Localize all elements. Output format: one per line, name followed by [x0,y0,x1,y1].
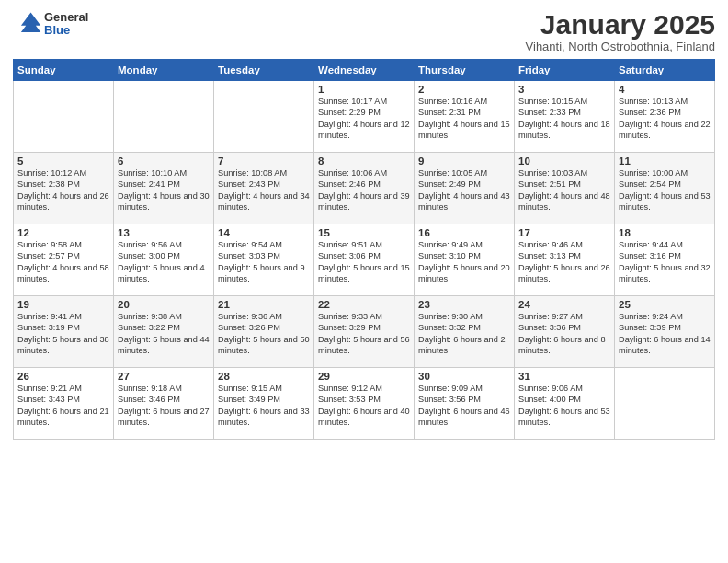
table-row: 22Sunrise: 9:33 AM Sunset: 3:29 PM Dayli… [314,296,415,368]
day-number: 24 [518,299,610,310]
weekday-header-row: Sunday Monday Tuesday Wednesday Thursday… [14,60,715,81]
table-row: 9Sunrise: 10:05 AM Sunset: 2:49 PM Dayli… [415,153,515,224]
table-row: 19Sunrise: 9:41 AM Sunset: 3:19 PM Dayli… [14,296,114,368]
day-info: Sunrise: 9:54 AM Sunset: 3:03 PM Dayligh… [218,239,310,285]
day-info: Sunrise: 10:00 AM Sunset: 2:54 PM Daylig… [619,167,711,213]
table-row: 8Sunrise: 10:06 AM Sunset: 2:46 PM Dayli… [314,153,415,224]
table-row: 20Sunrise: 9:38 AM Sunset: 3:22 PM Dayli… [114,296,214,368]
table-row: 13Sunrise: 9:56 AM Sunset: 3:00 PM Dayli… [114,224,214,296]
header-thursday: Thursday [415,60,515,81]
calendar-week-row: 1Sunrise: 10:17 AM Sunset: 2:29 PM Dayli… [14,81,715,153]
header-wednesday: Wednesday [314,60,415,81]
table-row: 24Sunrise: 9:27 AM Sunset: 3:36 PM Dayli… [515,296,615,368]
title-block: January 2025 Vihanti, North Ostrobothnia… [526,9,715,53]
day-number: 21 [218,299,310,310]
table-row: 14Sunrise: 9:54 AM Sunset: 3:03 PM Dayli… [214,224,314,296]
day-info: Sunrise: 9:46 AM Sunset: 3:13 PM Dayligh… [518,239,610,285]
day-info: Sunrise: 9:06 AM Sunset: 4:00 PM Dayligh… [518,383,610,429]
day-info: Sunrise: 9:44 AM Sunset: 3:16 PM Dayligh… [619,239,711,285]
day-number: 19 [17,299,109,310]
table-row: 1Sunrise: 10:17 AM Sunset: 2:29 PM Dayli… [314,81,415,153]
day-info: Sunrise: 9:51 AM Sunset: 3:06 PM Dayligh… [318,239,410,285]
day-number: 7 [218,155,310,167]
header: General Blue January 2025 Vihanti, North… [13,9,715,53]
calendar-week-row: 26Sunrise: 9:21 AM Sunset: 3:43 PM Dayli… [14,368,715,440]
calendar-week-row: 12Sunrise: 9:58 AM Sunset: 2:57 PM Dayli… [14,224,715,296]
table-row: 21Sunrise: 9:36 AM Sunset: 3:26 PM Dayli… [214,296,314,368]
day-number: 20 [118,299,210,310]
day-number: 8 [318,155,410,167]
table-row: 10Sunrise: 10:03 AM Sunset: 2:51 PM Dayl… [515,153,615,224]
day-info: Sunrise: 10:05 AM Sunset: 2:49 PM Daylig… [418,167,510,213]
table-row: 11Sunrise: 10:00 AM Sunset: 2:54 PM Dayl… [615,153,715,224]
table-row: 15Sunrise: 9:51 AM Sunset: 3:06 PM Dayli… [314,224,415,296]
table-row: 25Sunrise: 9:24 AM Sunset: 3:39 PM Dayli… [615,296,715,368]
header-friday: Friday [515,60,615,81]
calendar-week-row: 19Sunrise: 9:41 AM Sunset: 3:19 PM Dayli… [14,296,715,368]
day-info: Sunrise: 9:12 AM Sunset: 3:53 PM Dayligh… [318,383,410,429]
logo-general-text: General [44,11,88,24]
day-number: 16 [418,227,510,238]
svg-marker-0 [21,13,40,32]
table-row: 26Sunrise: 9:21 AM Sunset: 3:43 PM Dayli… [14,368,114,440]
logo-blue-text: Blue [44,24,88,37]
day-number: 31 [518,371,610,382]
day-number: 3 [518,84,610,95]
day-number: 2 [418,84,510,95]
table-row [114,81,214,153]
table-row: 30Sunrise: 9:09 AM Sunset: 3:56 PM Dayli… [415,368,515,440]
table-row: 27Sunrise: 9:18 AM Sunset: 3:46 PM Dayli… [114,368,214,440]
day-info: Sunrise: 10:15 AM Sunset: 2:33 PM Daylig… [518,96,610,142]
day-number: 17 [518,227,610,238]
table-row: 3Sunrise: 10:15 AM Sunset: 2:33 PM Dayli… [515,81,615,153]
day-number: 18 [619,227,711,238]
day-info: Sunrise: 10:16 AM Sunset: 2:31 PM Daylig… [418,96,510,142]
day-info: Sunrise: 9:58 AM Sunset: 2:57 PM Dayligh… [17,239,109,285]
day-info: Sunrise: 9:24 AM Sunset: 3:39 PM Dayligh… [619,311,711,357]
day-number: 10 [518,155,610,167]
calendar-table: Sunday Monday Tuesday Wednesday Thursday… [13,59,715,440]
logo-text: General Blue [44,11,88,38]
day-info: Sunrise: 10:17 AM Sunset: 2:29 PM Daylig… [318,96,410,142]
calendar-title: January 2025 [526,9,715,40]
page: General Blue January 2025 Vihanti, North… [0,0,728,563]
day-number: 13 [118,227,210,238]
day-number: 9 [418,155,510,167]
table-row: 31Sunrise: 9:06 AM Sunset: 4:00 PM Dayli… [515,368,615,440]
day-info: Sunrise: 9:09 AM Sunset: 3:56 PM Dayligh… [418,383,510,429]
day-info: Sunrise: 9:56 AM Sunset: 3:00 PM Dayligh… [118,239,210,285]
day-number: 28 [218,371,310,382]
table-row: 2Sunrise: 10:16 AM Sunset: 2:31 PM Dayli… [415,81,515,153]
day-info: Sunrise: 9:41 AM Sunset: 3:19 PM Dayligh… [17,311,109,357]
calendar-week-row: 5Sunrise: 10:12 AM Sunset: 2:38 PM Dayli… [14,153,715,224]
day-number: 6 [118,155,210,167]
table-row: 16Sunrise: 9:49 AM Sunset: 3:10 PM Dayli… [415,224,515,296]
day-info: Sunrise: 9:49 AM Sunset: 3:10 PM Dayligh… [418,239,510,285]
logo: General Blue [13,9,88,39]
table-row: 12Sunrise: 9:58 AM Sunset: 2:57 PM Dayli… [14,224,114,296]
day-number: 11 [619,155,711,167]
day-info: Sunrise: 10:12 AM Sunset: 2:38 PM Daylig… [17,167,109,213]
day-number: 25 [619,299,711,310]
table-row: 17Sunrise: 9:46 AM Sunset: 3:13 PM Dayli… [515,224,615,296]
day-number: 29 [318,371,410,382]
day-info: Sunrise: 10:03 AM Sunset: 2:51 PM Daylig… [518,167,610,213]
day-info: Sunrise: 9:21 AM Sunset: 3:43 PM Dayligh… [17,383,109,429]
header-sunday: Sunday [14,60,114,81]
day-number: 26 [17,371,109,382]
day-number: 23 [418,299,510,310]
table-row: 5Sunrise: 10:12 AM Sunset: 2:38 PM Dayli… [14,153,114,224]
day-info: Sunrise: 9:38 AM Sunset: 3:22 PM Dayligh… [118,311,210,357]
table-row: 28Sunrise: 9:15 AM Sunset: 3:49 PM Dayli… [214,368,314,440]
day-number: 30 [418,371,510,382]
header-monday: Monday [114,60,214,81]
day-info: Sunrise: 9:33 AM Sunset: 3:29 PM Dayligh… [318,311,410,357]
logo-icon [13,9,42,39]
header-saturday: Saturday [615,60,715,81]
day-number: 22 [318,299,410,310]
day-info: Sunrise: 10:08 AM Sunset: 2:43 PM Daylig… [218,167,310,213]
table-row [214,81,314,153]
day-info: Sunrise: 10:13 AM Sunset: 2:36 PM Daylig… [619,96,711,142]
day-info: Sunrise: 9:18 AM Sunset: 3:46 PM Dayligh… [118,383,210,429]
day-number: 27 [118,371,210,382]
